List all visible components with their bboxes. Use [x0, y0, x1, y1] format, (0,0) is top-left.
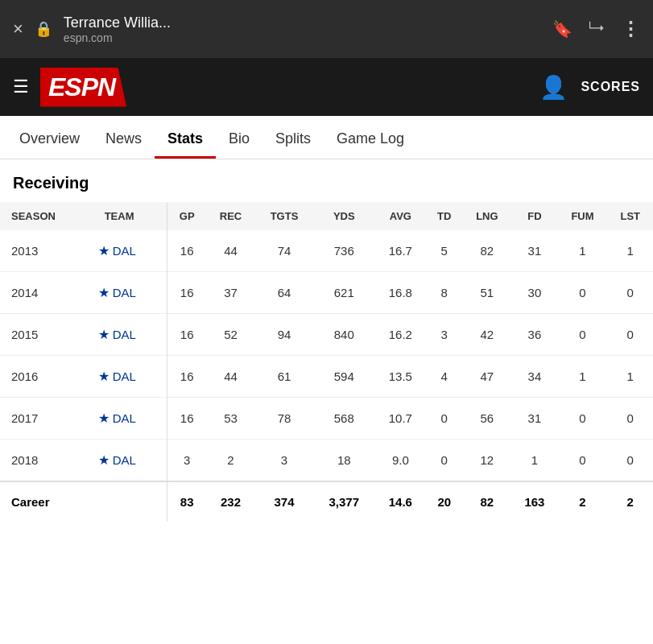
tab-overview[interactable]: Overview: [6, 116, 93, 159]
career-row: Career 83 232 374 3,377 14.6 20 82 163 2…: [0, 481, 653, 522]
career-fum: 2: [557, 481, 607, 522]
cell-avg: 16.7: [375, 230, 427, 272]
cell-lst: 1: [607, 230, 653, 272]
table-row: 2013 ★ DAL 16 44 74 736 16.7 5 82 31 1 1: [0, 230, 653, 272]
career-rec: 232: [206, 481, 255, 522]
browser-url: espn.com: [64, 31, 541, 44]
nav-tabs: Overview News Stats Bio Splits Game Log: [0, 116, 653, 159]
close-tab-button[interactable]: ×: [13, 19, 23, 39]
col-avg: AVG: [375, 202, 427, 230]
table-row: 2017 ★ DAL 16 53 78 568 10.7 0 56 31 0 0: [0, 398, 653, 440]
cell-season: 2014: [0, 272, 93, 314]
team-abbreviation: DAL: [113, 411, 136, 425]
cell-gp: 16: [167, 230, 206, 272]
cell-lng: 82: [462, 230, 511, 272]
career-avg: 14.6: [375, 481, 427, 522]
table-row: 2014 ★ DAL 16 37 64 621 16.8 8 51 30 0 0: [0, 272, 653, 314]
cell-yds: 621: [313, 272, 374, 314]
cell-lng: 56: [462, 398, 511, 440]
tab-bio[interactable]: Bio: [216, 116, 262, 159]
cell-team[interactable]: ★ DAL: [93, 356, 167, 398]
user-account-icon[interactable]: 👤: [539, 74, 568, 101]
page-content: Receiving SEASON TEAM GP REC TGTS YDS AV…: [0, 159, 653, 522]
cell-team[interactable]: ★ DAL: [93, 440, 167, 482]
career-team: [93, 481, 167, 522]
cell-lst: 0: [607, 272, 653, 314]
section-title: Receiving: [0, 159, 653, 202]
cell-yds: 840: [313, 314, 374, 356]
cell-avg: 9.0: [375, 440, 427, 482]
espn-header-right: 👤 SCORES: [539, 74, 640, 101]
cell-rec: 44: [206, 356, 255, 398]
cell-lng: 51: [462, 272, 511, 314]
col-rec: REC: [206, 202, 255, 230]
tab-gamelog[interactable]: Game Log: [324, 116, 417, 159]
cell-fd: 1: [511, 440, 557, 482]
more-options-icon[interactable]: ⋮: [621, 18, 640, 40]
cell-avg: 16.8: [375, 272, 427, 314]
cell-fum: 1: [557, 356, 607, 398]
cell-team[interactable]: ★ DAL: [93, 230, 167, 272]
cell-team[interactable]: ★ DAL: [93, 272, 167, 314]
table-row: 2015 ★ DAL 16 52 94 840 16.2 3 42 36 0 0: [0, 314, 653, 356]
cell-season: 2016: [0, 356, 93, 398]
career-yds: 3,377: [313, 481, 374, 522]
cell-season: 2018: [0, 440, 93, 482]
cell-fd: 31: [511, 398, 557, 440]
scores-button[interactable]: SCORES: [581, 80, 640, 94]
team-logo-icon: ★: [98, 452, 110, 468]
col-fum: FUM: [557, 202, 607, 230]
tab-stats[interactable]: Stats: [155, 116, 216, 159]
browser-title-area: Terrance Willia... espn.com: [64, 14, 541, 44]
cell-td: 8: [426, 272, 462, 314]
cell-lst: 1: [607, 356, 653, 398]
cell-gp: 16: [167, 398, 206, 440]
team-logo-icon: ★: [98, 327, 110, 342]
cell-lst: 0: [607, 314, 653, 356]
cell-rec: 37: [206, 272, 255, 314]
tab-splits[interactable]: Splits: [262, 116, 324, 159]
cell-yds: 594: [313, 356, 374, 398]
cell-td: 0: [426, 440, 462, 482]
cell-gp: 16: [167, 272, 206, 314]
cell-avg: 16.2: [375, 314, 427, 356]
cell-rec: 2: [206, 440, 255, 482]
cell-lst: 0: [607, 398, 653, 440]
cell-fum: 0: [557, 314, 607, 356]
team-abbreviation: DAL: [113, 244, 136, 258]
cell-tgts: 64: [255, 272, 313, 314]
browser-title: Terrance Willia...: [64, 14, 541, 31]
col-td: TD: [426, 202, 462, 230]
career-label: Career: [0, 481, 93, 522]
tab-news[interactable]: News: [93, 116, 155, 159]
col-yds: YDS: [313, 202, 374, 230]
bookmark-icon[interactable]: 🔖: [552, 19, 572, 39]
cell-team[interactable]: ★ DAL: [93, 314, 167, 356]
share-icon[interactable]: ⮡: [589, 20, 605, 39]
col-team: TEAM: [93, 202, 167, 230]
hamburger-menu-icon[interactable]: ☰: [13, 76, 29, 97]
cell-season: 2017: [0, 398, 93, 440]
espn-header: ☰ ESPN 👤 SCORES: [0, 58, 653, 116]
espn-logo[interactable]: ESPN: [40, 68, 126, 107]
career-tgts: 374: [255, 481, 313, 522]
team-abbreviation: DAL: [113, 453, 136, 467]
col-season: SEASON: [0, 202, 93, 230]
career-lng: 82: [462, 481, 511, 522]
cell-fd: 30: [511, 272, 557, 314]
espn-header-left: ☰ ESPN: [13, 68, 126, 107]
team-logo-icon: ★: [98, 285, 110, 300]
career-gp: 83: [167, 481, 206, 522]
espn-logo-text: ESPN: [48, 72, 115, 102]
cell-lst: 0: [607, 440, 653, 482]
cell-tgts: 74: [255, 230, 313, 272]
table-row: 2016 ★ DAL 16 44 61 594 13.5 4 47 34 1 1: [0, 356, 653, 398]
cell-gp: 3: [167, 440, 206, 482]
cell-gp: 16: [167, 356, 206, 398]
cell-team[interactable]: ★ DAL: [93, 398, 167, 440]
cell-fum: 0: [557, 398, 607, 440]
cell-lng: 47: [462, 356, 511, 398]
cell-td: 4: [426, 356, 462, 398]
team-abbreviation: DAL: [113, 369, 136, 383]
career-lst: 2: [607, 481, 653, 522]
